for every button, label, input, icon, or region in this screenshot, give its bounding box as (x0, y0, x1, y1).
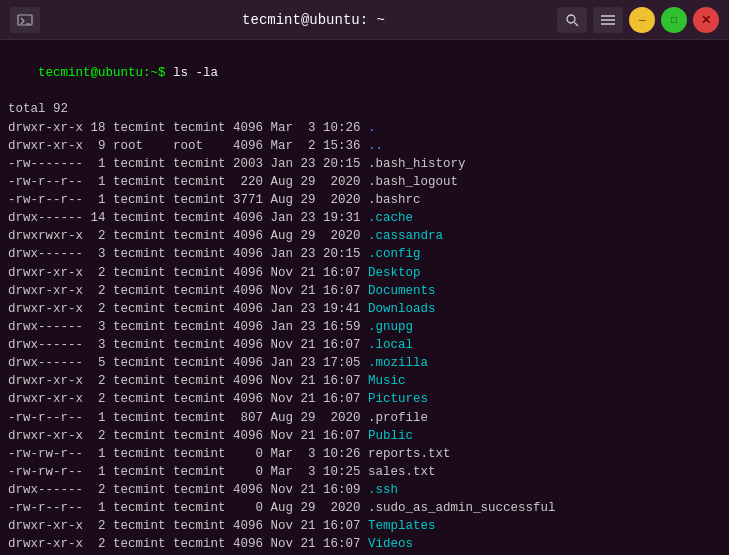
maximize-button[interactable]: □ (661, 7, 687, 33)
list-item: -rw-r--r-- 1 tecmint tecmint 807 Aug 29 … (8, 409, 721, 427)
list-item: -rw-r--r-- 1 tecmint tecmint 220 Aug 29 … (8, 173, 721, 191)
list-item: drwxr-xr-x 2 tecmint tecmint 4096 Nov 21… (8, 427, 721, 445)
close-button[interactable]: ✕ (693, 7, 719, 33)
titlebar: tecmint@ubuntu: ~ − □ ✕ (0, 0, 729, 40)
menu-icon[interactable] (593, 7, 623, 33)
list-item: -rw-rw-r-- 1 tecmint tecmint 0 Mar 3 10:… (8, 445, 721, 463)
list-item: -rw------- 1 tecmint tecmint 2003 Jan 23… (8, 155, 721, 173)
list-item: drwxr-xr-x 2 tecmint tecmint 4096 Nov 21… (8, 517, 721, 535)
list-item: drwxr-xr-x 2 tecmint tecmint 4096 Jan 23… (8, 300, 721, 318)
list-item: drwx------ 14 tecmint tecmint 4096 Jan 2… (8, 209, 721, 227)
titlebar-title: tecmint@ubuntu: ~ (242, 12, 385, 28)
list-item: drwx------ 3 tecmint tecmint 4096 Jan 23… (8, 318, 721, 336)
list-item: -rw-rw-r-- 1 tecmint tecmint 0 Mar 3 10:… (8, 463, 721, 481)
search-icon[interactable] (557, 7, 587, 33)
command-line: tecmint@ubuntu:~$ ls -la (8, 46, 721, 100)
svg-point-2 (567, 15, 575, 23)
list-item: -rw-r--r-- 1 tecmint tecmint 3771 Aug 29… (8, 191, 721, 209)
list-item: drwxr-xr-x 9 root root 4096 Mar 2 15:36 … (8, 137, 721, 155)
minimize-button[interactable]: − (629, 7, 655, 33)
list-item: drwxr-xr-x 18 tecmint tecmint 4096 Mar 3… (8, 119, 721, 137)
command: ls -la (173, 66, 218, 80)
list-item: total 92 (8, 100, 721, 118)
list-item: drwxr-xr-x 2 tecmint tecmint 4096 Nov 21… (8, 535, 721, 553)
list-item: drwx------ 3 tecmint tecmint 4096 Jan 23… (8, 245, 721, 263)
list-item: drwx------ 5 tecmint tecmint 4096 Jan 23… (8, 354, 721, 372)
svg-line-3 (574, 22, 578, 26)
list-item: drwxr-xr-x 2 tecmint tecmint 4096 Nov 21… (8, 372, 721, 390)
list-item: drwxrwxr-x 2 tecmint tecmint 4096 Aug 29… (8, 227, 721, 245)
terminal: tecmint@ubuntu:~$ ls -la total 92drwxr-x… (0, 40, 729, 555)
list-item: -rw-r--r-- 1 tecmint tecmint 0 Aug 29 20… (8, 499, 721, 517)
prompt: tecmint@ubuntu:~$ (38, 66, 173, 80)
titlebar-right: − □ ✕ (557, 7, 719, 33)
list-item: drwxr-xr-x 2 tecmint tecmint 4096 Nov 21… (8, 264, 721, 282)
list-item: drwxr-xr-x 2 tecmint tecmint 4096 Nov 21… (8, 390, 721, 408)
list-item: drwx------ 3 tecmint tecmint 4096 Nov 21… (8, 336, 721, 354)
titlebar-left (10, 7, 70, 33)
app-icon (10, 7, 40, 33)
list-item: drwx------ 2 tecmint tecmint 4096 Nov 21… (8, 481, 721, 499)
list-item: drwxr-xr-x 2 tecmint tecmint 4096 Nov 21… (8, 282, 721, 300)
